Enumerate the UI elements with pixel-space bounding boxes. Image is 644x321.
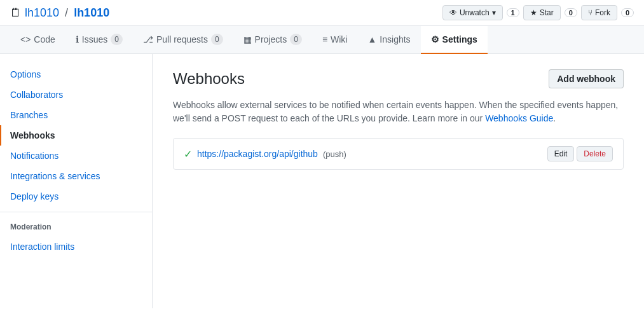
star-button[interactable]: ★ Star [523,5,561,20]
tab-issues-label: Issues [82,34,107,44]
sidebar-section-moderation: Moderation [0,217,152,236]
code-icon: <> [20,34,31,44]
success-icon: ✓ [184,148,192,160]
delete-button[interactable]: Delete [577,146,613,161]
issues-icon: ℹ [76,34,79,44]
projects-count: 0 [290,34,302,45]
webhook-list: ✓ https://packagist.org/api/github (push… [173,138,624,170]
sidebar-item-options[interactable]: Options [0,64,152,85]
sidebar-item-webhooks[interactable]: Webhooks [0,125,152,146]
sidebar: Options Collaborators Branches Webhooks … [0,54,153,308]
tab-pr-label: Pull requests [156,34,208,44]
webhook-item: ✓ https://packagist.org/api/github (push… [174,139,623,169]
sidebar-item-integrations[interactable]: Integrations & services [0,166,152,186]
repo-owner[interactable]: lh1010 [25,6,59,19]
sidebar-item-collaborators[interactable]: Collaborators [0,85,152,105]
edit-button[interactable]: Edit [547,146,575,161]
insights-icon: ▲ [367,34,376,44]
fork-button[interactable]: ⑂ Fork [581,5,617,20]
tab-issues[interactable]: ℹ Issues 0 [65,26,133,54]
pr-count: 0 [211,34,223,45]
webhook-left: ✓ https://packagist.org/api/github (push… [184,148,346,160]
tab-wiki[interactable]: ≡ Wiki [312,26,358,54]
description-text-2: . [553,113,556,123]
add-webhook-button[interactable]: Add webhook [549,69,624,88]
repo-name[interactable]: lh1010 [74,6,109,19]
sidebar-divider [0,212,152,212]
settings-icon: ⚙ [431,34,439,44]
star-icon: ★ [530,8,537,17]
star-count: 0 [565,8,577,17]
tab-projects[interactable]: ▦ Projects 0 [233,26,312,54]
nav-tabs: <> Code ℹ Issues 0 ⎇ Pull requests 0 ▦ P… [0,26,644,54]
description: Webhooks allow external services to be n… [173,99,624,125]
tab-pull-requests[interactable]: ⎇ Pull requests 0 [133,26,233,54]
projects-icon: ▦ [243,34,252,44]
tab-insights[interactable]: ▲ Insights [357,26,420,54]
sidebar-nav: Options Collaborators Branches Webhooks … [0,64,152,207]
page-title: Webhooks [173,70,245,88]
sidebar-item-deploy-keys[interactable]: Deploy keys [0,186,152,207]
watch-button[interactable]: 👁 Unwatch ▾ [442,5,503,20]
repo-title: 🗒 lh1010 / lh1010 [10,6,109,20]
watch-dropdown-icon: ▾ [492,8,496,17]
sidebar-item-notifications[interactable]: Notifications [0,146,152,166]
repo-separator: / [65,6,68,19]
webhook-actions: Edit Delete [547,146,613,161]
eye-icon: 👁 [449,8,457,17]
watch-count: 1 [507,8,519,17]
tab-wiki-label: Wiki [331,34,347,44]
tab-settings[interactable]: ⚙ Settings [421,26,488,54]
top-bar: 🗒 lh1010 / lh1010 👁 Unwatch ▾ 1 ★ Star 0… [0,0,644,26]
main-content: Webhooks Add webhook Webhooks allow exte… [153,54,644,308]
repo-actions: 👁 Unwatch ▾ 1 ★ Star 0 ⑂ Fork 0 [442,5,634,20]
webhooks-guide-link[interactable]: Webhooks Guide [485,113,553,123]
fork-label: Fork [595,8,610,17]
page-layout: Options Collaborators Branches Webhooks … [0,54,644,308]
page-header: Webhooks Add webhook [173,69,624,88]
sidebar-item-interaction-limits[interactable]: Interaction limits [0,236,152,257]
webhook-tag: (push) [323,149,346,159]
tab-insights-label: Insights [380,34,410,44]
tab-projects-label: Projects [255,34,287,44]
tab-code-label: Code [34,34,55,44]
fork-count: 0 [621,8,634,17]
tab-code[interactable]: <> Code [10,26,65,54]
sidebar-moderation-nav: Interaction limits [0,236,152,257]
tab-settings-label: Settings [442,34,477,44]
pr-icon: ⎇ [143,34,153,44]
sidebar-item-branches[interactable]: Branches [0,105,152,125]
fork-icon: ⑂ [588,8,593,17]
webhook-url[interactable]: https://packagist.org/api/github [197,149,318,159]
star-label: Star [540,8,554,17]
wiki-icon: ≡ [322,34,327,44]
issues-count: 0 [111,34,123,45]
watch-label: Unwatch [460,8,490,17]
repo-icon: 🗒 [10,6,22,19]
